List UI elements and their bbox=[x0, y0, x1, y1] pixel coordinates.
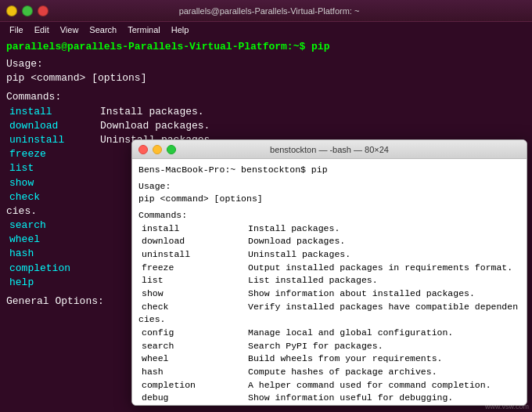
mac-titlebar: benstockton — -bash — 80×24 bbox=[132, 140, 527, 159]
mac-usage-cmd: pip <command> [options] bbox=[138, 193, 520, 206]
ubuntu-desc-install: Install packages. bbox=[100, 105, 526, 119]
mac-cmd-uninstall: uninstall bbox=[138, 248, 248, 262]
ubuntu-cmd-freeze: freeze bbox=[6, 147, 100, 161]
mac-cmd-download: download bbox=[138, 235, 248, 248]
ubuntu-window-controls bbox=[6, 5, 49, 16]
mac-cmd-check: check bbox=[138, 301, 248, 314]
mac-cmd-freeze: freeze bbox=[138, 262, 248, 275]
ubuntu-maximize-btn[interactable] bbox=[22, 5, 33, 16]
ubuntu-cmd-download: download bbox=[6, 119, 100, 133]
ubuntu-close-btn[interactable] bbox=[38, 5, 49, 16]
mac-cmd-install: install bbox=[138, 222, 248, 236]
ubuntu-prompt-line: parallels@parallels-Parallels-Virtual-Pl… bbox=[0, 38, 532, 54]
mac-cies: cies. bbox=[138, 313, 520, 327]
mac-terminal: benstockton — -bash — 80×24 Bens-MacBook… bbox=[131, 139, 527, 406]
ubuntu-title: parallels@parallels-Parallels-Virtual-Pl… bbox=[49, 6, 490, 16]
menu-view[interactable]: View bbox=[56, 23, 84, 36]
mac-more-commands-table: configManage local and global configurat… bbox=[138, 327, 520, 405]
mac-usage-label: Usage: bbox=[138, 180, 520, 193]
watermark: www.vsw.com bbox=[485, 403, 529, 410]
mac-cmd-debug: debug bbox=[138, 392, 248, 405]
ubuntu-cmd-show: show bbox=[6, 176, 100, 190]
menu-terminal[interactable]: Terminal bbox=[123, 23, 165, 36]
mac-commands-label: Commands: bbox=[138, 209, 520, 222]
ubuntu-usage-label: Usage: bbox=[6, 57, 526, 71]
mac-cmd-show: show bbox=[138, 287, 248, 301]
mac-minimize-btn[interactable] bbox=[153, 145, 162, 154]
ubuntu-cmd-uninstall: uninstall bbox=[6, 133, 100, 147]
ubuntu-usage-cmd: pip <command> [options] bbox=[6, 71, 526, 85]
ubuntu-cmd-wheel: wheel bbox=[6, 233, 100, 247]
mac-output: Bens-MacBook-Pro:~ benstockton$ pip Usag… bbox=[132, 159, 527, 405]
mac-prompt-line: Bens-MacBook-Pro:~ benstockton$ pip bbox=[138, 164, 520, 177]
menu-file[interactable]: File bbox=[5, 23, 28, 36]
mac-commands-table: installInstall packages. downloadDownloa… bbox=[138, 222, 520, 314]
ubuntu-commands-label: Commands: bbox=[6, 90, 526, 104]
mac-cmd-list: list bbox=[138, 274, 248, 287]
ubuntu-cmd-install: install bbox=[6, 105, 100, 119]
mac-cmd-config: config bbox=[138, 327, 248, 340]
mac-cmd-search: search bbox=[138, 340, 248, 353]
mac-maximize-btn[interactable] bbox=[167, 145, 176, 154]
menu-edit[interactable]: Edit bbox=[30, 23, 54, 36]
ubuntu-cmd-check: check bbox=[6, 190, 100, 204]
ubuntu-cmd-help: help bbox=[6, 276, 100, 290]
mac-window-controls bbox=[138, 145, 176, 154]
mac-close-btn[interactable] bbox=[138, 145, 148, 154]
menu-search[interactable]: Search bbox=[84, 23, 121, 36]
mac-cmd-wheel: wheel bbox=[138, 352, 248, 366]
ubuntu-titlebar: parallels@parallels-Parallels-Virtual-Pl… bbox=[0, 0, 532, 22]
ubuntu-cmd-list: list bbox=[6, 161, 100, 175]
ubuntu-minimize-btn[interactable] bbox=[6, 5, 17, 16]
ubuntu-cmd-search: search bbox=[6, 219, 100, 233]
menu-help[interactable]: Help bbox=[167, 23, 194, 36]
ubuntu-menubar: File Edit View Search Terminal Help bbox=[0, 22, 532, 38]
mac-cmd-completion: completion bbox=[138, 379, 248, 392]
ubuntu-cmd-hash: hash bbox=[6, 247, 100, 261]
mac-title: benstockton — -bash — 80×24 bbox=[270, 145, 389, 154]
ubuntu-cmd-completion: completion bbox=[6, 262, 100, 276]
mac-cmd-hash: hash bbox=[138, 366, 248, 379]
ubuntu-desc-download: Download packages. bbox=[100, 119, 526, 133]
